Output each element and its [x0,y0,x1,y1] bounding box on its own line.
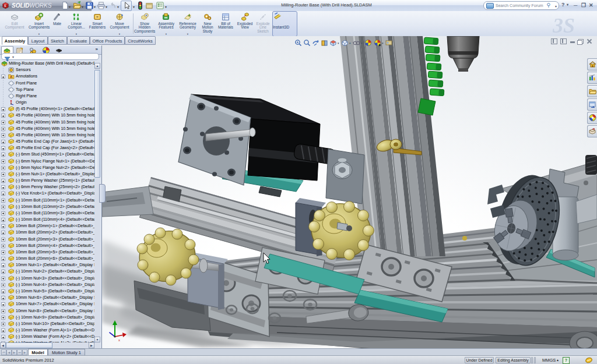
svg-text:x: x [118,338,120,342]
svg-text:A: A [10,75,13,79]
svg-text:3S: 3S [553,14,575,36]
svg-text:S: S [4,5,6,8]
